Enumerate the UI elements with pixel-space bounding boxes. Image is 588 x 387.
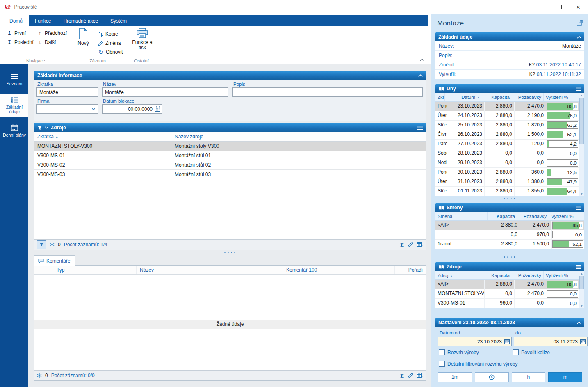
- column-header[interactable]: Název zdroje: [171, 134, 426, 140]
- horizontal-splitter[interactable]: [431, 197, 588, 201]
- column-header[interactable]: Vytížení %: [543, 93, 579, 101]
- menu-icon[interactable]: [576, 265, 581, 269]
- table-row[interactable]: 1ranní2 880,01 500,052,1: [435, 240, 584, 249]
- button-m[interactable]: m: [548, 372, 582, 382]
- collapse-icon[interactable]: [577, 36, 581, 39]
- sum-icon[interactable]: Σ: [400, 242, 404, 248]
- table-row[interactable]: Neděle29.10.20230,00,00,0: [435, 158, 579, 168]
- chevron-down-icon[interactable]: [91, 107, 96, 112]
- sidebar-item-zakladni-udaje[interactable]: Základní údaje: [0, 94, 28, 117]
- firma-combo[interactable]: [36, 104, 98, 114]
- menu-icon[interactable]: [576, 206, 581, 210]
- sum-icon[interactable]: Σ: [400, 373, 404, 379]
- datum-blokace-field[interactable]: [102, 104, 162, 114]
- table-row[interactable]: V300-MS-01960,00,00,0: [435, 299, 579, 308]
- table-edit-icon[interactable]: [417, 242, 423, 247]
- next-button[interactable]: ↓ Další: [37, 39, 70, 45]
- minimize-button[interactable]: [531, 0, 550, 14]
- date-from-field[interactable]: [438, 337, 512, 346]
- popout-icon[interactable]: [577, 20, 583, 27]
- close-button[interactable]: ×: [569, 0, 588, 14]
- table-row[interactable]: MONTAZNI STOLY-V300Montážní stoly V300: [34, 142, 426, 151]
- zdroje-table-header[interactable]: Zkratka▲ Název zdroje: [34, 132, 426, 142]
- last-button[interactable]: ↧ Poslední: [7, 39, 36, 45]
- zkratka-field[interactable]: [36, 87, 98, 97]
- checkbox-rozvrh-vyroby[interactable]: Rozvrh výroby: [439, 349, 479, 355]
- checkbox-povolit-kolize[interactable]: Povolit kolize: [513, 349, 550, 355]
- ribbon-collapse-button[interactable]: [420, 57, 424, 62]
- popis-field[interactable]: [232, 87, 423, 97]
- column-header[interactable]: Zkratka: [37, 134, 54, 140]
- table-row[interactable]: <All>2 880,02 470,085,8: [435, 280, 579, 289]
- filter-toggle-button[interactable]: [37, 240, 46, 249]
- date-to-field[interactable]: [514, 337, 588, 346]
- nazev-field[interactable]: [102, 87, 228, 97]
- column-header[interactable]: Požadavky: [517, 212, 549, 220]
- column-header[interactable]: Směna: [435, 214, 487, 219]
- calendar-icon[interactable]: [504, 339, 510, 344]
- new-button[interactable]: Nový: [73, 28, 94, 55]
- checkbox-box[interactable]: [513, 349, 519, 355]
- table-header[interactable]: ZkratkaDatum▲KapacitaPožadavkyVytížení %: [435, 93, 579, 102]
- tab-system[interactable]: Systém: [104, 15, 133, 26]
- function-print-button[interactable]: Funkce a tisk: [132, 28, 153, 50]
- sidebar-item-denni-plany[interactable]: Denní plány: [0, 119, 28, 142]
- menu-icon[interactable]: [417, 126, 423, 130]
- table-row[interactable]: MONTAZNI STOLY-V3...0,02 470,00,0: [435, 289, 579, 299]
- tab-hromadne-akce[interactable]: Hromadné akce: [57, 15, 104, 26]
- section-header[interactable]: Směny: [435, 203, 584, 212]
- button-h[interactable]: h: [512, 372, 546, 382]
- table-row[interactable]: V300-MS-02Montážní stůl 02: [34, 160, 426, 170]
- snowflake-icon[interactable]: [50, 242, 55, 247]
- table-row[interactable]: Čtvrtek26.10.20232 880,01 500,052,1: [435, 130, 579, 140]
- button-1m[interactable]: 1m: [438, 372, 472, 382]
- table-row[interactable]: Pátek27.10.20232 880,0120,04,2: [435, 140, 579, 149]
- filter-icon[interactable]: [37, 126, 42, 130]
- section-header[interactable]: Dny: [435, 84, 584, 93]
- previous-button[interactable]: ↑ Předchozí: [37, 30, 70, 36]
- calendar-icon[interactable]: [155, 106, 160, 112]
- scrollbar[interactable]: ▲▼: [579, 271, 584, 308]
- table-header[interactable]: SměnaKapacitaPožadavkyVytížení %: [435, 212, 584, 221]
- checkbox-detailni-filtrovani[interactable]: Detailní filtrování rozvrhu výroby: [439, 361, 517, 367]
- collapse-icon[interactable]: [418, 74, 423, 77]
- section-header[interactable]: Zdroje: [435, 262, 584, 271]
- column-header[interactable]: Kapacita: [482, 271, 512, 279]
- scrollbar[interactable]: ▲▼: [579, 93, 584, 196]
- tab-domu[interactable]: Domů: [3, 15, 29, 26]
- table-row[interactable]: Sobota28.10.20230,00,00,0: [435, 149, 579, 158]
- table-row[interactable]: V300-MS-01Montážní stůl 01: [34, 151, 426, 160]
- copy-button[interactable]: Kopie: [98, 31, 123, 37]
- tab-funkce[interactable]: Funkce: [29, 15, 57, 26]
- column-header[interactable]: Požadavky: [512, 271, 543, 279]
- snowflake-icon[interactable]: [37, 373, 42, 378]
- button-time[interactable]: [475, 372, 509, 382]
- zdroje-header[interactable]: Zdroje: [34, 123, 426, 132]
- table-row[interactable]: Pondělí30.10.20232 880,0360,012,5: [435, 168, 579, 177]
- column-header[interactable]: Požadavky: [512, 93, 543, 101]
- chevron-down-icon[interactable]: [45, 126, 48, 129]
- basic-info-header[interactable]: Základní informace: [34, 71, 426, 80]
- column-header[interactable]: Kapacita: [487, 212, 517, 220]
- edit-icon[interactable]: [408, 373, 413, 378]
- checkbox-box[interactable]: [439, 349, 445, 355]
- table-row[interactable]: V300-MS-03Montážní stůl 03: [34, 170, 426, 179]
- table-edit-icon[interactable]: [417, 373, 423, 378]
- table-row[interactable]: Středa25.10.20232 880,01 820,063,2: [435, 121, 579, 130]
- komentare-table-header[interactable]: Typ Název Komentář 100 Pořadí: [34, 266, 426, 275]
- table-row[interactable]: <All>2 880,02 470,085,8: [435, 221, 584, 230]
- column-header[interactable]: Vytížení %: [549, 212, 584, 220]
- calendar-icon[interactable]: [580, 339, 586, 344]
- maximize-button[interactable]: [550, 0, 569, 14]
- table-row[interactable]: Pondělí23.10.20232 880,02 470,085,8: [435, 102, 579, 111]
- horizontal-splitter[interactable]: [28, 250, 431, 254]
- horizontal-splitter[interactable]: [431, 255, 588, 259]
- section-header[interactable]: Nastavení 23.10.2023- 08.11.2023: [435, 318, 584, 327]
- tab-komentare[interactable]: Komentáře: [34, 255, 75, 266]
- column-header[interactable]: Název: [136, 266, 283, 274]
- column-header[interactable]: Vytížení %: [543, 271, 579, 279]
- checkbox-box[interactable]: [439, 361, 445, 367]
- edit-icon[interactable]: [408, 242, 413, 247]
- column-header[interactable]: Typ: [53, 266, 136, 274]
- column-header[interactable]: Komentář 100: [283, 266, 394, 274]
